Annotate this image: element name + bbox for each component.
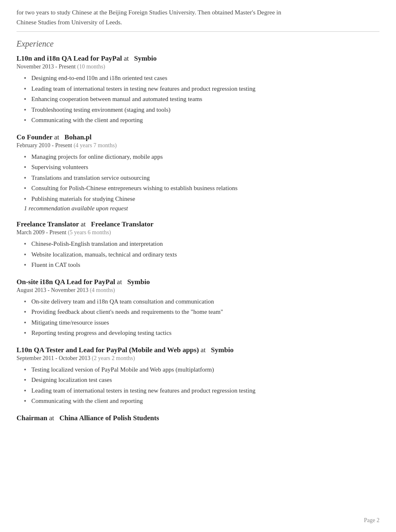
job-bullets: Managing projects for online dictionary,… [16,152,380,204]
at-word: at [49,414,58,422]
job-dates: November 2013 - Present (10 months) [16,64,380,70]
list-item: Managing projects for online dictionary,… [24,152,380,162]
list-item: Consulting for Polish-Chinese entreprene… [24,184,380,193]
list-item: On-site delivery team and i18n QA team c… [24,297,380,306]
job-title: Co Founder at Bohan.pl [16,133,380,141]
job-title: L10n and i18n QA Lead for PayPal at Symb… [16,54,380,63]
job-role: L10n and i18n QA Lead for PayPal [16,54,122,62]
job-company: Symbio [211,346,233,354]
job-title: Freelance Translator at Freelance Transl… [16,220,380,228]
list-item: Troubleshooting testing environment (sta… [24,105,380,115]
list-item: Leading team of international testers in… [24,84,380,94]
job-role: On-site i18n QA Lead for PayPal [16,278,115,286]
job-bullets: Chinese-Polish-English translation and i… [16,239,380,270]
list-item: Communicating with the client and report… [24,396,380,406]
job-role: Freelance Translator [16,220,79,228]
at-word: at [117,278,125,286]
job-date-range: March 2009 - Present [16,229,66,235]
job-date-range: August 2013 - November 2013 [16,287,88,293]
list-item: Publishing materials for studying Chines… [24,194,380,204]
job-item: On-site i18n QA Lead for PayPal at Symbi… [16,278,380,338]
job-company: Bohan.pl [64,133,92,141]
job-role: Chairman [16,414,47,422]
job-item: L10n QA Tester and Lead for PayPal (Mobi… [16,346,380,406]
at-word: at [54,133,63,141]
job-title: L10n QA Tester and Lead for PayPal (Mobi… [16,346,380,354]
job-duration: (2 years 2 months) [92,355,135,361]
job-item: Co Founder at Bohan.pl February 2010 - P… [16,133,380,212]
job-role: L10n QA Tester and Lead for PayPal (Mobi… [16,346,199,354]
job-dates: February 2010 - Present (4 years 7 month… [16,142,380,149]
experience-section: Experience L10n and i18n QA Lead for Pay… [16,39,380,422]
list-item: Providing feedback about client's needs … [24,307,380,317]
job-duration: (5 years 6 months) [68,229,111,235]
job-title: On-site i18n QA Lead for PayPal at Symbi… [16,278,380,286]
experience-section-title: Experience [16,39,380,49]
list-item: Enhancing cooperation between manual and… [24,94,380,104]
list-item: Translations and translation service out… [24,173,380,183]
job-duration: (4 years 7 months) [73,142,117,148]
list-item: Designing localization test cases [24,375,380,385]
job-duration: (10 months) [77,64,105,70]
job-company: Freelance Translator [91,220,154,228]
page-number: Page 2 [364,517,380,524]
at-word: at [124,54,132,62]
list-item: Supervising volunteers [24,162,380,172]
recommendation-text: 1 recommendation available upon request [16,205,380,212]
list-item: Communicating with the client and report… [24,115,380,125]
job-company: Symbio [134,54,157,62]
job-date-range: November 2013 - Present [16,64,75,70]
job-date-range: September 2011 - October 2013 [16,355,90,361]
list-item: Designing end-to-end l10n and i18n orien… [24,73,380,83]
list-item: Leading team of international testers in… [24,386,380,395]
list-item: Chinese-Polish-English translation and i… [24,239,380,249]
at-word: at [81,220,90,228]
job-item: L10n and i18n QA Lead for PayPal at Symb… [16,54,380,125]
job-dates: March 2009 - Present (5 years 6 months) [16,229,380,236]
list-item: Reporting testing progress and developin… [24,328,380,338]
job-dates: September 2011 - October 2013 (2 years 2… [16,355,380,362]
job-title: Chairman at China Alliance of Polish Stu… [16,414,380,422]
job-item: Chairman at China Alliance of Polish Stu… [16,414,380,422]
at-word: at [200,346,209,354]
intro-paragraph: for two years to study Chinese at the Be… [16,0,380,32]
job-bullets: On-site delivery team and i18n QA team c… [16,297,380,338]
list-item: Website localization, manuals, technical… [24,250,380,259]
job-duration: (4 months) [90,287,115,293]
list-item: Fluent in CAT tools [24,260,380,270]
job-company: China Alliance of Polish Students [59,414,159,422]
job-company: Symbio [127,278,150,286]
job-role: Co Founder [16,133,52,141]
list-item: Mitigating time/resource issues [24,318,380,327]
job-date-range: February 2010 - Present [16,142,72,148]
job-bullets: Testing localized version of PayPal Mobi… [16,365,380,406]
list-item: Testing localized version of PayPal Mobi… [24,365,380,374]
intro-line2: Chinese Studies from University of Leeds… [16,19,122,26]
job-dates: August 2013 - November 2013 (4 months) [16,287,380,294]
job-bullets: Designing end-to-end l10n and i18n orien… [16,73,380,125]
intro-line1: for two years to study Chinese at the Be… [16,9,281,16]
job-item: Freelance Translator at Freelance Transl… [16,220,380,270]
